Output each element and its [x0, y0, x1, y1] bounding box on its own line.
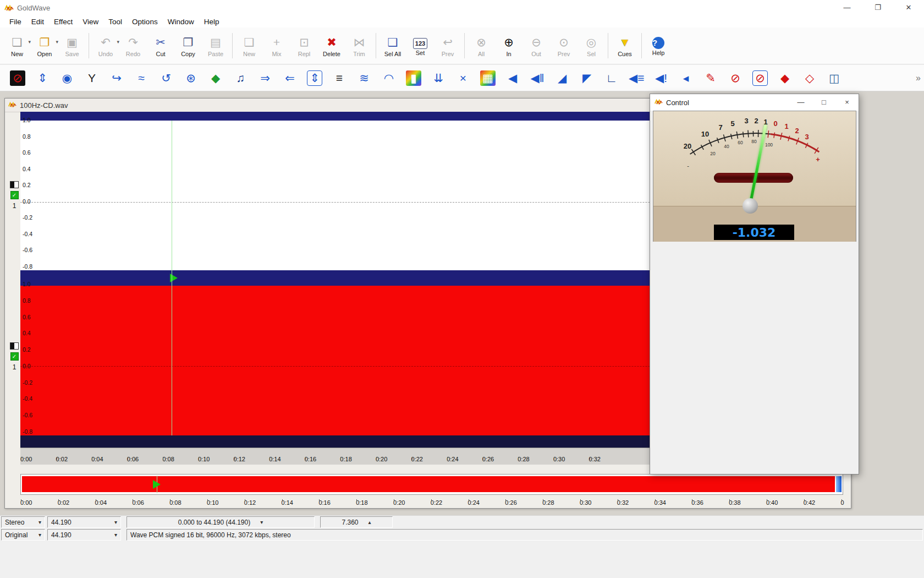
zoom-in-button[interactable]: ⊕ In — [495, 30, 522, 61]
dropdown-icon[interactable]: ▾ — [114, 532, 117, 538]
copy-button[interactable]: ❐ Copy — [174, 30, 202, 61]
channel-display-icon[interactable] — [10, 342, 19, 350]
reverse-icon[interactable]: ↺ — [158, 70, 174, 86]
new-button[interactable]: ❏ New — [3, 30, 31, 61]
position-field[interactable]: 7.360 ▴ — [320, 516, 393, 528]
expand-vertical-icon[interactable]: ⇕ — [35, 70, 50, 86]
channel-mode-field[interactable]: Stereo ▾ — [1, 516, 45, 528]
zoom-selection-button[interactable]: ◎ Sel — [578, 30, 605, 61]
toolbar-separator[interactable] — [608, 33, 608, 58]
toolbar-separator[interactable] — [232, 33, 233, 58]
zoom-all-button[interactable]: ⊗ All — [468, 30, 495, 61]
toolbar-separator[interactable] — [89, 33, 89, 58]
dropdown-icon[interactable]: ▾ — [260, 519, 263, 525]
toolbar-separator[interactable] — [641, 33, 642, 58]
shift-right-icon[interactable]: ⇒ — [257, 70, 273, 86]
center-channel-icon[interactable]: ⇕ — [307, 70, 322, 86]
minimize-button[interactable]: — — [832, 0, 862, 15]
playlist-icon[interactable]: ♫ — [233, 70, 248, 86]
zoom-out-button[interactable]: ⊖ Out — [522, 30, 550, 61]
control-minimize-button[interactable]: — — [791, 94, 810, 111]
menu-item[interactable]: Options — [127, 17, 163, 27]
quality-field[interactable]: Original ▾ — [1, 529, 45, 541]
control-close-button[interactable]: × — [838, 94, 856, 111]
layers-icon[interactable]: ≋ — [356, 70, 372, 86]
maximize-button[interactable]: ❐ — [862, 0, 893, 15]
redo-button[interactable]: ↷ Redo — [119, 30, 147, 61]
zoom-previous-button[interactable]: ⊙ Prev — [550, 30, 578, 61]
zoom-field[interactable]: 44.190 ▾ — [47, 529, 121, 541]
shift-left-icon[interactable]: ⇐ — [282, 70, 298, 86]
channel-enabled-checkbox[interactable]: ✓ — [10, 191, 19, 199]
delete-button[interactable]: ✖ Delete — [318, 30, 345, 61]
format-field[interactable]: Wave PCM signed 16 bit, 96000 Hz, 3072 k… — [127, 529, 923, 541]
toolbar-separator[interactable] — [464, 33, 465, 58]
toolbar-overflow-icon[interactable]: » — [916, 73, 921, 83]
length-field[interactable]: 44.190 ▾ — [47, 516, 121, 528]
small-speaker-icon[interactable]: ◂ — [678, 70, 694, 86]
speaker-eq-icon[interactable]: ◀≡ — [629, 70, 644, 86]
crossfade-icon[interactable]: × — [455, 70, 471, 86]
control-titlebar[interactable]: Control — □ × — [650, 94, 859, 111]
previous-selection-button[interactable]: ↩ Prev — [434, 30, 461, 61]
disable-icon[interactable]: ⊘ — [10, 70, 25, 86]
prohibit-icon[interactable]: ⊘ — [728, 70, 743, 86]
dropdown-icon[interactable]: ▾ — [38, 519, 41, 525]
cut-button[interactable]: ✂ Cut — [147, 30, 174, 61]
device-grid-icon[interactable]: ▦ — [480, 70, 496, 86]
diamond-right-icon[interactable]: ◆ — [777, 70, 793, 86]
dropdown-icon[interactable]: ▾ — [114, 519, 117, 525]
comment-disable-icon[interactable]: ⊘ — [752, 70, 768, 86]
speaker-alert-icon[interactable]: ◀! — [653, 70, 669, 86]
speaker-icon[interactable]: ◀ — [505, 70, 520, 86]
speaker-mixer-icon[interactable]: ◀‖ — [530, 70, 545, 86]
monitor-icon[interactable]: ◫ — [827, 70, 842, 86]
menu-item[interactable]: Edit — [26, 17, 49, 27]
overview-strip[interactable] — [20, 474, 843, 495]
shuffle-icon[interactable]: ◆ — [208, 70, 223, 86]
select-all-button[interactable]: ❑ Sel All — [379, 30, 406, 61]
diamond-left-icon[interactable]: ◇ — [802, 70, 817, 86]
menu-item[interactable]: Help — [199, 17, 224, 27]
menu-item[interactable]: File — [4, 17, 26, 27]
control-maximize-button[interactable]: □ — [815, 94, 833, 111]
goto-end-icon[interactable]: ↪ — [109, 70, 124, 86]
menu-item[interactable]: Effect — [49, 17, 78, 27]
channel-display-icon[interactable] — [10, 181, 19, 188]
noise-gate-icon[interactable]: Y — [84, 70, 100, 86]
resample-icon[interactable]: ◉ — [59, 70, 75, 86]
comb-filter-icon[interactable]: ◠ — [381, 70, 397, 86]
help-button[interactable]: ? Help — [645, 30, 672, 61]
converge-icon[interactable]: ⇊ — [431, 70, 446, 86]
undo-button[interactable]: ↶ Undo — [92, 30, 119, 61]
dropdown-icon[interactable]: ▾ — [38, 532, 41, 538]
overview-playback-marker-icon[interactable] — [153, 480, 161, 489]
channel-enabled-checkbox[interactable]: ✓ — [10, 352, 19, 361]
trim-button[interactable]: ⋈ Trim — [345, 30, 373, 61]
paste-button[interactable]: ▤ Paste — [202, 30, 229, 61]
set-selection-button[interactable]: 123 Set — [406, 30, 434, 61]
playhead-line[interactable] — [172, 121, 172, 435]
toolbar-separator[interactable] — [376, 33, 376, 58]
open-button[interactable]: ❐ Open — [31, 30, 58, 61]
overview-waveform[interactable] — [22, 476, 835, 492]
spectrum-icon[interactable]: ▮ — [406, 70, 421, 86]
mechanize-icon[interactable]: ⊛ — [183, 70, 199, 86]
menu-item[interactable]: Window — [163, 17, 199, 27]
save-button[interactable]: ▣ Save — [58, 30, 86, 61]
replace-button[interactable]: ⊡ Repl — [290, 30, 318, 61]
paste-new-button[interactable]: ❏ New — [235, 30, 263, 61]
dropdown-icon[interactable]: ▴ — [369, 519, 371, 525]
mix-button[interactable]: + Mix — [263, 30, 290, 61]
selection-field[interactable]: 0.000 to 44.190 (44.190) ▾ — [127, 516, 315, 528]
fade-in-icon[interactable]: ◢ — [554, 70, 570, 86]
equalizer-icon[interactable]: ≡ — [332, 70, 347, 86]
close-button[interactable]: ✕ — [893, 0, 924, 15]
menu-item[interactable]: Tool — [103, 17, 127, 27]
menu-item[interactable]: View — [78, 17, 103, 27]
pencil-icon[interactable]: ✎ — [703, 70, 718, 86]
corner-shape-icon[interactable]: ∟ — [604, 70, 619, 86]
wave-shape-icon[interactable]: ≈ — [134, 70, 149, 86]
fade-out-icon[interactable]: ◤ — [579, 70, 595, 86]
cues-button[interactable]: ▼ Cues — [611, 30, 639, 61]
